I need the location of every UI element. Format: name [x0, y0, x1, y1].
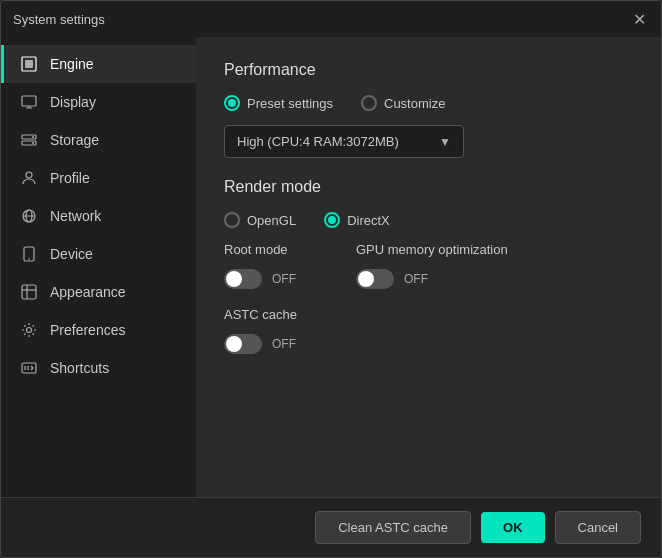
dropdown-arrow-icon: ▼ — [439, 135, 451, 149]
display-icon — [20, 93, 38, 111]
sidebar-label-profile: Profile — [50, 170, 90, 186]
render-mode-title: Render mode — [224, 178, 633, 196]
preset-radio-group: Preset settings Customize — [224, 95, 633, 111]
gpu-knob — [358, 271, 374, 287]
sidebar-label-engine: Engine — [50, 56, 94, 72]
root-mode-toggle[interactable] — [224, 269, 262, 289]
footer: Clean ASTC cache OK Cancel — [1, 497, 661, 557]
sidebar-label-storage: Storage — [50, 132, 99, 148]
sidebar-item-display[interactable]: Display — [1, 83, 196, 121]
title-bar: System settings ✕ — [1, 1, 661, 37]
opengl-radio-outer — [224, 212, 240, 228]
sidebar-label-device: Device — [50, 246, 93, 262]
performance-title: Performance — [224, 61, 633, 79]
sidebar-item-device[interactable]: Device — [1, 235, 196, 273]
svg-line-23 — [31, 368, 33, 370]
root-mode-col: Root mode OFF — [224, 242, 296, 289]
sidebar-item-engine[interactable]: Engine — [1, 45, 196, 83]
svg-point-7 — [32, 136, 34, 138]
device-icon — [20, 245, 38, 263]
gpu-toggle-row: OFF — [356, 269, 508, 289]
sidebar-item-preferences[interactable]: Preferences — [1, 311, 196, 349]
gpu-toggle[interactable] — [356, 269, 394, 289]
profile-icon — [20, 169, 38, 187]
svg-point-9 — [26, 172, 32, 178]
root-mode-state: OFF — [272, 272, 296, 286]
opengl-radio[interactable]: OpenGL — [224, 212, 296, 228]
svg-rect-19 — [22, 363, 36, 373]
svg-rect-1 — [25, 60, 33, 68]
clean-astc-button[interactable]: Clean ASTC cache — [315, 511, 471, 544]
preferences-icon — [20, 321, 38, 339]
root-mode-toggle-row: OFF — [224, 269, 296, 289]
customize-label: Customize — [384, 96, 445, 111]
customize-radio-outer — [361, 95, 377, 111]
sidebar-item-profile[interactable]: Profile — [1, 159, 196, 197]
directx-label: DirectX — [347, 213, 390, 228]
render-radio-group: OpenGL DirectX — [224, 212, 633, 228]
directx-radio-outer — [324, 212, 340, 228]
performance-dropdown[interactable]: High (CPU:4 RAM:3072MB) ▼ — [224, 125, 464, 158]
opengl-label: OpenGL — [247, 213, 296, 228]
dropdown-value: High (CPU:4 RAM:3072MB) — [237, 134, 399, 149]
sidebar-label-shortcuts: Shortcuts — [50, 360, 109, 376]
sidebar-label-preferences: Preferences — [50, 322, 125, 338]
directx-radio[interactable]: DirectX — [324, 212, 390, 228]
sidebar-item-storage[interactable]: Storage — [1, 121, 196, 159]
astc-col: ASTC cache OFF — [224, 307, 633, 354]
gpu-col: GPU memory optimization OFF — [356, 242, 508, 289]
astc-toggle-row: OFF — [224, 334, 633, 354]
root-mode-knob — [226, 271, 242, 287]
customize-radio[interactable]: Customize — [361, 95, 445, 111]
gpu-state: OFF — [404, 272, 428, 286]
sidebar-label-display: Display — [50, 94, 96, 110]
sidebar: Engine Display — [1, 37, 196, 497]
root-mode-title: Root mode — [224, 242, 296, 257]
directx-radio-inner — [328, 216, 336, 224]
window-title: System settings — [13, 12, 105, 27]
preset-radio-outer — [224, 95, 240, 111]
gpu-title: GPU memory optimization — [356, 242, 508, 257]
preset-radio-inner — [228, 99, 236, 107]
shortcuts-icon — [20, 359, 38, 377]
astc-toggle[interactable] — [224, 334, 262, 354]
close-button[interactable]: ✕ — [629, 9, 649, 29]
ok-button[interactable]: OK — [481, 512, 545, 543]
engine-icon — [20, 55, 38, 73]
storage-icon — [20, 131, 38, 149]
svg-point-14 — [28, 258, 30, 260]
astc-title: ASTC cache — [224, 307, 633, 322]
svg-point-8 — [32, 142, 34, 144]
network-icon — [20, 207, 38, 225]
system-settings-window: System settings ✕ Engine — [0, 0, 662, 558]
sidebar-label-network: Network — [50, 208, 101, 224]
toggles-row: Root mode OFF GPU memory optimization — [224, 242, 633, 289]
appearance-icon — [20, 283, 38, 301]
sidebar-label-appearance: Appearance — [50, 284, 126, 300]
sidebar-item-shortcuts[interactable]: Shortcuts — [1, 349, 196, 387]
preset-label: Preset settings — [247, 96, 333, 111]
svg-rect-2 — [22, 96, 36, 106]
cancel-button[interactable]: Cancel — [555, 511, 641, 544]
sidebar-item-appearance[interactable]: Appearance — [1, 273, 196, 311]
sidebar-item-network[interactable]: Network — [1, 197, 196, 235]
astc-knob — [226, 336, 242, 352]
astc-state: OFF — [272, 337, 296, 351]
preset-radio[interactable]: Preset settings — [224, 95, 333, 111]
main-content: Performance Preset settings Customize H — [196, 37, 661, 497]
svg-rect-15 — [22, 285, 36, 299]
svg-point-18 — [27, 328, 32, 333]
